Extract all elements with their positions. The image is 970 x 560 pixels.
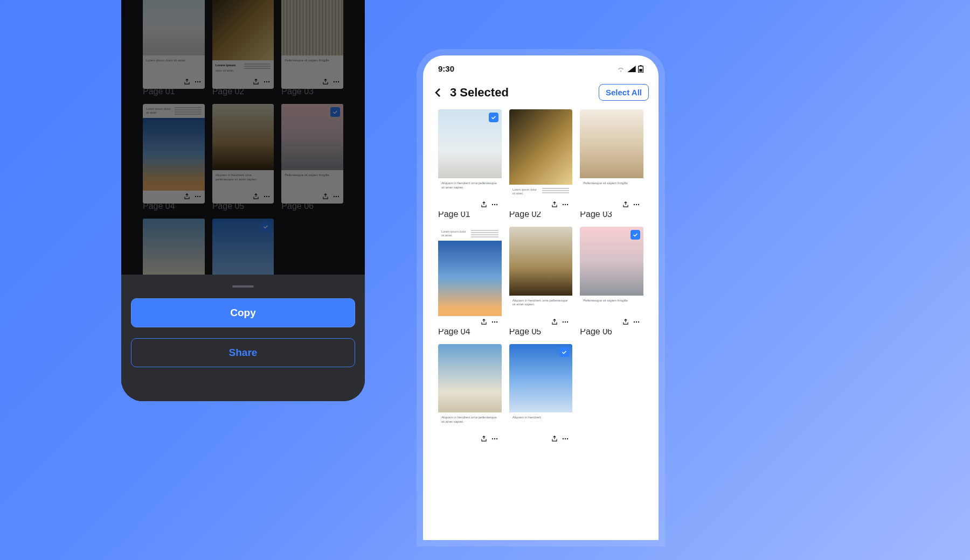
page-cell[interactable]: Pellentesque sit sapien fringilla Page 0… bbox=[580, 227, 643, 337]
svg-point-29 bbox=[638, 204, 639, 205]
selection-title: 3 Selected bbox=[450, 86, 509, 100]
page-cell[interactable]: Aliquam in hendrerit urna pellentesque s… bbox=[438, 344, 502, 446]
svg-point-28 bbox=[636, 204, 637, 205]
svg-point-37 bbox=[636, 321, 637, 322]
svg-point-30 bbox=[491, 321, 493, 322]
svg-point-22 bbox=[494, 204, 495, 205]
sheet-grabber[interactable] bbox=[232, 285, 254, 288]
svg-point-32 bbox=[496, 321, 497, 322]
share-icon[interactable] bbox=[480, 318, 488, 326]
select-all-button[interactable]: Select All bbox=[599, 84, 649, 101]
action-sheet: Copy Share bbox=[121, 275, 365, 401]
check-icon bbox=[559, 347, 569, 357]
more-icon[interactable] bbox=[491, 201, 498, 208]
selection-topbar: 3 Selected Select All bbox=[423, 76, 659, 106]
more-icon[interactable] bbox=[491, 318, 498, 326]
page-cell[interactable]: Aliquam in hendrerit urna pellentesque s… bbox=[438, 109, 502, 219]
svg-point-27 bbox=[634, 204, 635, 205]
phone-light-selection: 9:30 3 Selected Select All Aliquam in he… bbox=[423, 55, 659, 540]
share-icon[interactable] bbox=[551, 201, 558, 208]
status-bar: 9:30 bbox=[423, 55, 659, 76]
svg-point-21 bbox=[491, 204, 493, 205]
chevron-left-icon[interactable] bbox=[432, 86, 445, 99]
more-icon[interactable] bbox=[633, 201, 640, 208]
svg-point-43 bbox=[565, 438, 566, 439]
wifi-icon bbox=[616, 66, 625, 72]
svg-point-33 bbox=[563, 321, 564, 322]
svg-point-41 bbox=[496, 438, 497, 439]
svg-point-44 bbox=[567, 438, 568, 439]
share-button[interactable]: Share bbox=[131, 338, 355, 367]
svg-point-25 bbox=[565, 204, 566, 205]
svg-point-26 bbox=[567, 204, 568, 205]
status-time: 9:30 bbox=[438, 64, 454, 73]
more-icon[interactable] bbox=[562, 435, 569, 443]
svg-point-38 bbox=[638, 321, 639, 322]
signal-icon bbox=[627, 66, 636, 72]
check-icon bbox=[489, 113, 498, 122]
check-icon bbox=[630, 230, 640, 240]
svg-point-31 bbox=[494, 321, 495, 322]
share-icon[interactable] bbox=[622, 318, 629, 326]
more-icon[interactable] bbox=[562, 201, 569, 208]
svg-point-39 bbox=[491, 438, 493, 439]
phone-dark-selection-sheet: Lorem ipsum dolor sit amet. Page 01 Lore… bbox=[121, 0, 365, 401]
share-icon[interactable] bbox=[551, 318, 558, 326]
page-grid: Aliquam in hendrerit urna pellentesque s… bbox=[423, 106, 659, 449]
svg-point-42 bbox=[563, 438, 564, 439]
share-icon[interactable] bbox=[551, 435, 558, 443]
svg-point-23 bbox=[496, 204, 497, 205]
page-cell[interactable]: Pellentesque sit sapien fringilla Page 0… bbox=[580, 109, 643, 219]
share-icon[interactable] bbox=[622, 201, 629, 208]
page-cell[interactable]: Lorem ipsum dolor sit amet. Page 02 bbox=[509, 109, 573, 219]
more-icon[interactable] bbox=[562, 318, 569, 326]
share-icon[interactable] bbox=[480, 201, 488, 208]
svg-point-40 bbox=[494, 438, 495, 439]
copy-button[interactable]: Copy bbox=[131, 298, 355, 327]
more-icon[interactable] bbox=[633, 318, 640, 326]
share-icon[interactable] bbox=[480, 435, 488, 443]
page-cell[interactable]: Aliquam in hendrerit urna pellentesque s… bbox=[509, 227, 573, 337]
battery-icon bbox=[638, 65, 643, 73]
page-cell[interactable]: Aliquam in hendrerit bbox=[509, 344, 573, 446]
svg-point-24 bbox=[563, 204, 564, 205]
svg-point-34 bbox=[565, 321, 566, 322]
page-cell[interactable]: Lorem ipsum dolor sit amet. Page 04 bbox=[438, 227, 502, 337]
more-icon[interactable] bbox=[491, 435, 498, 443]
svg-point-36 bbox=[634, 321, 635, 322]
svg-rect-20 bbox=[639, 69, 642, 72]
svg-point-35 bbox=[567, 321, 568, 322]
